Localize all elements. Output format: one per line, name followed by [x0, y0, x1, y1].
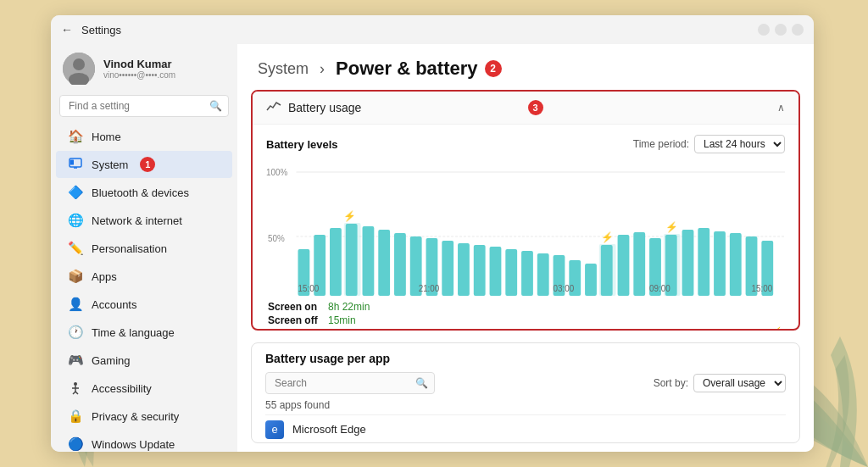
home-icon: 🏠 [68, 129, 83, 144]
sidebar-item-network[interactable]: 🌐 Network & internet [56, 207, 232, 234]
charging-icon: ⚡ [769, 326, 783, 331]
svg-line-10 [75, 392, 78, 394]
svg-rect-48 [730, 233, 742, 296]
window-title: Settings [81, 24, 758, 36]
personalisation-icon: ✏️ [68, 241, 83, 256]
svg-text:⚡: ⚡ [601, 231, 614, 243]
battery-chart: 100% 50% [266, 160, 785, 296]
maximize-button[interactable]: □ [775, 24, 787, 36]
bluetooth-icon: 🔷 [68, 185, 83, 200]
sidebar-item-privacy[interactable]: 🔒 Privacy & security [56, 403, 232, 430]
sidebar-item-accounts[interactable]: 👤 Accounts [56, 291, 232, 318]
user-profile[interactable]: Vinod Kumar vino••••••@••••.com [51, 44, 237, 92]
usage-search-row: 🔍 Sort by: Overall usage In use Backgrou… [265, 372, 786, 394]
screen-on-label: Screen on [268, 301, 323, 313]
sidebar-item-label-personalisation: Personalisation [92, 242, 167, 255]
svg-text:⚡: ⚡ [343, 209, 356, 222]
sidebar-item-label-time: Time & language [92, 326, 175, 339]
user-info: Vinod Kumar vino••••••@••••.com [103, 58, 175, 80]
sidebar-item-label-privacy: Privacy & security [92, 410, 179, 423]
minimize-button[interactable]: — [758, 24, 770, 36]
sidebar-item-accessibility[interactable]: Accessibility [56, 375, 232, 402]
svg-rect-19 [346, 224, 358, 296]
sidebar-item-system[interactable]: System 1 [56, 151, 232, 178]
sidebar-item-label-apps: Apps [92, 270, 117, 283]
battery-usage-chevron[interactable]: ∧ [777, 102, 785, 114]
sidebar-item-label: Home [92, 131, 121, 143]
app-search-icon: 🔍 [415, 377, 428, 389]
main-content: System › Power & battery 2 Battery usage… [237, 44, 814, 452]
back-button[interactable]: ← [61, 23, 73, 36]
accounts-icon: 👤 [68, 297, 83, 312]
time-period-label: Time period: [633, 138, 689, 150]
time-period-control: Time period: Last 24 hours Last 7 days [633, 135, 785, 153]
battery-usage-title: Battery usage [288, 101, 523, 114]
sidebar-item-label-network: Network & internet [92, 214, 182, 227]
sidebar-item-time[interactable]: 🕐 Time & language [56, 319, 232, 346]
svg-text:15:00: 15:00 [298, 284, 320, 293]
breadcrumb-badge: 2 [485, 60, 502, 77]
svg-text:21:00: 21:00 [419, 284, 440, 293]
titlebar: ← Settings — □ ✕ [51, 15, 814, 44]
sidebar-item-gaming[interactable]: 🎮 Gaming [56, 347, 232, 374]
apps-icon: 📦 [68, 269, 83, 284]
charging-indicator: Charging ⚡ [724, 301, 783, 331]
app-name: Microsoft Edge [292, 423, 366, 436]
breadcrumb-system[interactable]: System [258, 60, 309, 78]
screen-on-row: Screen on 8h 22min [268, 301, 370, 313]
close-button[interactable]: ✕ [792, 24, 804, 36]
battery-stats-left: Screen on 8h 22min Screen off 15min Slee… [268, 301, 370, 331]
svg-text:100%: 100% [266, 168, 287, 177]
sortby-row: Sort by: Overall usage In use Background [654, 374, 786, 392]
sidebar-item-label-bluetooth: Bluetooth & devices [92, 186, 189, 199]
sidebar-item-label-winupdate: Windows Update [92, 438, 175, 451]
list-item[interactable]: e Microsoft Edge [265, 414, 786, 443]
sidebar-item-apps[interactable]: 📦 Apps [56, 263, 232, 290]
sidebar-item-personalisation[interactable]: ✏️ Personalisation [56, 235, 232, 262]
usage-per-app-title: Battery usage per app [265, 352, 786, 365]
sleep-value: 2h [328, 328, 339, 331]
sleep-label: Sleep [268, 328, 323, 331]
svg-rect-45 [682, 230, 694, 296]
svg-text:09:00: 09:00 [649, 284, 670, 293]
battery-stats: Screen on 8h 22min Screen off 15min Slee… [266, 301, 785, 331]
winupdate-icon: 🔵 [68, 436, 83, 452]
svg-rect-27 [458, 243, 470, 296]
svg-rect-37 [601, 245, 613, 296]
search-icon: 🔍 [209, 100, 222, 112]
sidebar-item-home[interactable]: 🏠 Home [56, 123, 232, 150]
sortby-select[interactable]: Overall usage In use Background [693, 374, 786, 392]
time-icon: 🕐 [68, 325, 83, 340]
svg-rect-31 [521, 251, 533, 296]
accessibility-icon [68, 381, 83, 396]
svg-rect-47 [714, 231, 726, 296]
svg-rect-21 [363, 226, 375, 296]
breadcrumb: System › Power & battery 2 [237, 44, 814, 86]
sidebar-item-bluetooth[interactable]: 🔷 Bluetooth & devices [56, 179, 232, 206]
sidebar-item-winupdate[interactable]: 🔵 Windows Update [56, 431, 232, 452]
sleep-row: Sleep 2h [268, 328, 370, 331]
svg-text:03:00: 03:00 [554, 284, 575, 293]
avatar [63, 53, 95, 85]
svg-rect-46 [698, 228, 709, 296]
svg-rect-30 [505, 249, 517, 296]
svg-rect-32 [537, 253, 549, 296]
network-icon: 🌐 [68, 213, 83, 228]
svg-rect-26 [442, 241, 453, 296]
battery-usage-header[interactable]: Battery usage 3 ∧ [253, 92, 798, 125]
svg-rect-40 [633, 232, 645, 296]
app-search-input[interactable] [265, 372, 435, 394]
svg-text:50%: 50% [268, 234, 285, 243]
battery-levels-title: Battery levels [266, 138, 338, 151]
svg-rect-29 [490, 247, 502, 296]
svg-text:⚡: ⚡ [665, 220, 678, 233]
sidebar-item-label-system: System [92, 158, 128, 171]
app-icon: e [265, 420, 284, 439]
sidebar-search-container: 🔍 [59, 95, 229, 117]
apps-found-count: 55 apps found [265, 399, 786, 411]
screen-off-value: 15min [328, 314, 356, 326]
svg-point-6 [74, 382, 77, 386]
time-period-select[interactable]: Last 24 hours Last 7 days [694, 135, 785, 153]
search-input[interactable] [59, 95, 229, 117]
screen-off-row: Screen off 15min [268, 314, 370, 326]
